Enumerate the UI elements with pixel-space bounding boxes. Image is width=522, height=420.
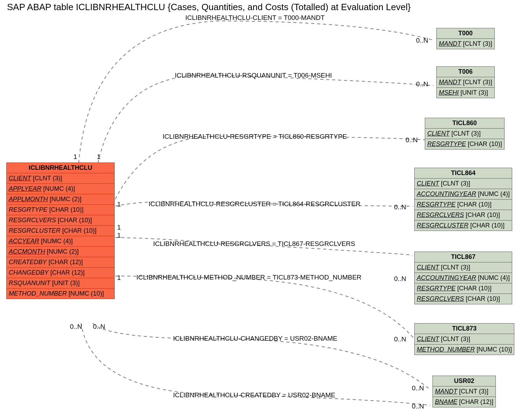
table-row: ACCOUNTINGYEAR [NUMC (4)] <box>414 189 512 200</box>
table-row: METHOD_NUMBER [NUMC (10)] <box>414 345 514 355</box>
table-row: METHOD_NUMBER [NUMC (10)] <box>6 289 115 299</box>
table-title: ICLIBNRHEALTHCLU <box>6 162 115 173</box>
table-title: TICL864 <box>414 168 512 179</box>
multiplicity-label: 1 <box>117 232 121 239</box>
table-ticl860: TICL860CLIENT [CLNT (3)]RESGRTYPE [CHAR … <box>425 118 505 150</box>
er-diagram-canvas: SAP ABAP table ICLIBNRHEALTHCLU {Cases, … <box>0 0 522 420</box>
table-usr02: USR02MANDT [CLNT (3)]BNAME [CHAR (12)] <box>432 376 496 407</box>
multiplicity-label: 0..N <box>416 80 428 88</box>
table-row: CLIENT [CLNT (3)] <box>414 179 512 189</box>
table-row: APPLYEAR [NUMC (4)] <box>6 184 115 194</box>
table-row: CLIENT [CLNT (3)] <box>414 262 512 273</box>
table-row: RESGRTYPE [CHAR (10)] <box>414 200 512 210</box>
multiplicity-label: 0..N <box>93 323 105 331</box>
table-row: RESGRTYPE [CHAR (10)] <box>6 205 115 215</box>
table-row: CREATEDBY [CHAR (12)] <box>6 257 115 268</box>
multiplicity-label: 1 <box>97 153 101 161</box>
relation-label: ICLIBNRHEALTHCLU-CLIENT = T000-MANDT <box>185 14 325 22</box>
multiplicity-label: 0..N <box>416 37 428 44</box>
relation-label: ICLIBNRHEALTHCLU-RESGRCLVERS = TICL867-R… <box>153 240 355 248</box>
multiplicity-label: 1 <box>117 201 121 208</box>
relation-label: ICLIBNRHEALTHCLU-CREATEDBY = USR02-BNAME <box>173 391 335 399</box>
table-row: CHANGEDBY [CHAR (12)] <box>6 268 115 278</box>
table-row: MANDT [CLNT (3)] <box>436 77 495 88</box>
multiplicity-label: 0..N <box>394 335 406 343</box>
table-row: RSQUANUNIT [UNIT (3)] <box>6 278 115 289</box>
table-row: RESGRCLVERS [CHAR (10)] <box>6 215 115 226</box>
table-row: APPLMONTH [NUMC (2)] <box>6 194 115 205</box>
table-row: MANDT [CLNT (3)] <box>436 39 495 49</box>
multiplicity-label: 0..N <box>394 275 406 283</box>
multiplicity-label: 0..N <box>394 203 406 211</box>
multiplicity-label: 1 <box>73 153 77 161</box>
table-row: CLIENT [CLNT (3)] <box>414 334 514 345</box>
table-row: CLIENT [CLNT (3)] <box>425 129 505 139</box>
table-row: RESGRTYPE [CHAR (10)] <box>425 139 505 150</box>
relation-label: ICLIBNRHEALTHCLU-RESGRCLUSTER = TICL864-… <box>149 200 360 208</box>
table-t000: T000MANDT [CLNT (3)] <box>436 28 495 49</box>
table-row: ACCOUNTINGYEAR [NUMC (4)] <box>414 273 512 283</box>
table-title: USR02 <box>432 376 496 386</box>
table-title: T006 <box>436 66 495 77</box>
table-row: MANDT [CLNT (3)] <box>432 386 496 397</box>
table-row: RESGRCLUSTER [CHAR (10)] <box>6 226 115 236</box>
multiplicity-label: 0..N <box>412 384 424 392</box>
table-row: RESGRCLUSTER [CHAR (10)] <box>414 220 512 231</box>
multiplicity-label: 1 <box>117 274 121 282</box>
table-row: ACCMONTH [NUMC (2)] <box>6 247 115 257</box>
table-main: ICLIBNRHEALTHCLU CLIENT [CLNT (3)]APPLYE… <box>6 162 115 299</box>
multiplicity-label: 0..N <box>406 136 418 144</box>
table-title: TICL873 <box>414 323 514 334</box>
table-t006: T006MANDT [CLNT (3)]MSEHI [UNIT (3)] <box>436 66 495 98</box>
relation-label: ICLIBNRHEALTHCLU-RSQUANUNIT = T006-MSEHI <box>175 72 332 79</box>
table-row: BNAME [CHAR (12)] <box>432 397 496 407</box>
table-ticl867: TICL867CLIENT [CLNT (3)]ACCOUNTINGYEAR [… <box>414 252 512 304</box>
table-row: RESGRCLVERS [CHAR (10)] <box>414 210 512 220</box>
table-ticl864: TICL864CLIENT [CLNT (3)]ACCOUNTINGYEAR [… <box>414 168 512 231</box>
table-row: MSEHI [UNIT (3)] <box>436 88 495 98</box>
relation-label: ICLIBNRHEALTHCLU-CHANGEDBY = USR02-BNAME <box>173 335 337 342</box>
table-ticl873: TICL873CLIENT [CLNT (3)]METHOD_NUMBER [N… <box>414 323 514 355</box>
table-title: T000 <box>436 28 495 39</box>
multiplicity-label: 0..N <box>412 403 424 410</box>
table-title: TICL867 <box>414 252 512 262</box>
table-row: CLIENT [CLNT (3)] <box>6 173 115 184</box>
relation-label: ICLIBNRHEALTHCLU-METHOD_NUMBER = TICL873… <box>136 274 362 281</box>
table-title: TICL860 <box>425 118 505 129</box>
multiplicity-label: 0..N <box>70 323 82 331</box>
table-row: ACCYEAR [NUMC (4)] <box>6 236 115 247</box>
table-row: RESGRTYPE [CHAR (10)] <box>414 283 512 294</box>
table-row: RESGRCLVERS [CHAR (10)] <box>414 294 512 304</box>
multiplicity-label: 1 <box>117 224 121 231</box>
relation-label: ICLIBNRHEALTHCLU-RESGRTYPE = TICL860-RES… <box>163 133 347 140</box>
